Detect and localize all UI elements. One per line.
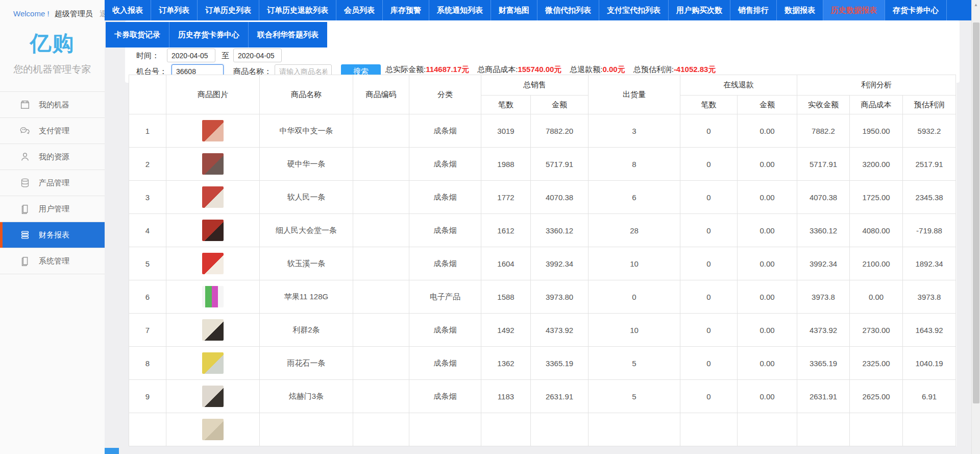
sub-nav-tab-卡券取货记录[interactable]: 卡券取货记录 [106,22,169,47]
cell-product-cost: 3200.00 [850,148,903,181]
cell-refund-amount: 0.00 [738,380,797,413]
cell-product-name: 炫赫门3条 [260,380,353,413]
cell-sales-amount: 2631.91 [531,380,589,413]
cell-category: 成条烟 [409,148,481,181]
sidebar-item-系统管理[interactable]: 系统管理 [0,248,105,274]
cell-received-amount: 3360.12 [797,214,850,247]
cell-refund-count: 0 [680,314,738,347]
sidebar-item-label: 财务报表 [39,230,69,240]
nav-tab-用户购买次数[interactable]: 用户购买次数 [669,0,730,20]
nav-tab-存货卡券中心[interactable]: 存货卡券中心 [885,0,947,20]
scrollbar-up-arrow-icon[interactable]: ▲ [974,3,978,7]
cell-product-image [166,413,260,446]
sidebar-item-我的资源[interactable]: 我的资源 [0,144,105,170]
cell-empty [903,413,956,446]
cell-received-amount: 4373.92 [797,314,850,347]
product-image [202,419,224,440]
date-to-input[interactable] [233,49,282,62]
cell-product-image [166,347,260,380]
cell-sales-count: 1612 [481,214,531,247]
group-header-profit-analysis: 利润分析 [797,75,956,95]
nav-tab-销售排行[interactable]: 销售排行 [730,0,777,20]
cell-index: 2 [129,148,166,181]
cell-estimated-profit: -719.88 [903,214,956,247]
nav-tab-微信代扣列表[interactable]: 微信代扣列表 [537,0,599,20]
nav-tab-支付宝代扣列表[interactable]: 支付宝代扣列表 [599,0,669,20]
nav-tab-订单历史列表[interactable]: 订单历史列表 [198,0,259,20]
vertical-scrollbar-thumb[interactable] [973,22,979,403]
cell-product-image [166,148,260,181]
cell-empty [409,413,481,446]
cell-product-name: 软玉溪一条 [260,247,353,280]
date-from-input[interactable] [167,49,215,62]
cell-index: 5 [129,247,166,280]
cell-refund-count: 0 [680,347,738,380]
cell-product-image [166,280,260,314]
cell-shipment: 10 [589,314,680,347]
product-image [202,186,224,208]
cell-product-image [166,214,260,247]
sub-nav-tab-联合利华答题列表[interactable]: 联合利华答题列表 [249,22,327,47]
nav-tab-数据报表[interactable]: 数据报表 [777,0,823,20]
nav-tab-会员列表[interactable]: 会员列表 [336,0,383,20]
summary-label: 总商品成本: [477,65,518,74]
sidebar: Welcome ! 超级管理员 退出 亿购 您的机器管理专家 我的机器支付管理我… [0,0,105,454]
nav-tab-订单历史退款列表[interactable]: 订单历史退款列表 [259,0,336,20]
horizontal-scrollbar-thumb[interactable] [105,448,119,454]
report-table-card: 商品图片商品名称商品编码分类总销售出货量在线退款利润分析笔数金额笔数金额实收金额… [129,75,957,446]
sidebar-item-用户管理[interactable]: 用户管理 [0,196,105,222]
cell-sales-amount: 4373.92 [531,314,589,347]
nav-tab-订单列表[interactable]: 订单列表 [151,0,198,20]
cell-estimated-profit: 2517.91 [903,148,956,181]
payment-icon [19,125,31,136]
nav-tab-财富地图[interactable]: 财富地图 [491,0,537,20]
sidebar-item-支付管理[interactable]: 支付管理 [0,118,105,144]
cell-index: 3 [129,181,166,214]
product-image [202,220,224,241]
cell-product-image [166,114,260,148]
top-nav-tabs: 收入报表订单列表订单历史列表订单历史退款列表会员列表库存预警系统通知列表财富地图… [105,0,971,20]
cell-index: 1 [129,114,166,148]
cell-product-cost: 2100.00 [850,247,903,280]
secondary-nav-tabs: 卡券取货记录历史存货卡券中心联合利华答题列表 [106,22,327,47]
cell-product-name: 苹果11 128G [260,280,353,314]
summary-item: 总商品成本:155740.00元 [477,65,561,74]
cell-product-name: 雨花石一条 [260,347,353,380]
finance-icon [19,229,31,241]
cell-product-code [353,214,409,247]
cell-sales-count: 1588 [481,280,531,314]
cell-empty [531,413,589,446]
nav-tab-收入报表[interactable]: 收入报表 [105,0,151,20]
cell-product-code [353,181,409,214]
sidebar-item-产品管理[interactable]: 产品管理 [0,170,105,196]
nav-tab-历史数据报表[interactable]: 历史数据报表 [823,0,885,20]
sub-nav-tab-历史存货卡券中心[interactable]: 历史存货卡券中心 [169,22,249,47]
sidebar-item-我的机器[interactable]: 我的机器 [0,92,105,118]
table-row: 3软人民一条成条烟17724070.38600.004070.381725.00… [129,181,956,214]
main-content: 收入报表订单列表订单历史列表订单历史退款列表会员列表库存预警系统通知列表财富地图… [105,0,971,454]
col-header-product-cost: 商品成本 [850,95,903,114]
sidebar-item-财务报表[interactable]: 财务报表 [0,222,105,248]
time-label: 时间： [136,49,159,62]
vertical-scrollbar[interactable]: ▲ [971,0,980,454]
cell-category: 成条烟 [409,214,481,247]
cell-product-code [353,247,409,280]
cell-refund-amount: 0.00 [738,247,797,280]
cell-refund-count: 0 [680,148,738,181]
cell-category: 成条烟 [409,247,481,280]
summary-label: 总退款额: [570,65,602,74]
cell-empty [850,413,903,446]
col-header-product-image: 商品图片 [166,75,260,114]
sidebar-item-label: 系统管理 [39,256,69,266]
nav-tab-系统通知列表[interactable]: 系统通知列表 [429,0,491,20]
cell-category: 成条烟 [409,314,481,347]
cell-index: 9 [129,380,166,413]
cell-shipment: 6 [589,181,680,214]
cell-refund-amount: 0.00 [738,114,797,148]
col-header-index [129,75,166,114]
welcome-text: Welcome ! [13,9,50,18]
cell-shipment: 3 [589,114,680,148]
cell-received-amount: 3365.19 [797,347,850,380]
product-image [202,319,224,341]
nav-tab-库存预警[interactable]: 库存预警 [383,0,429,20]
